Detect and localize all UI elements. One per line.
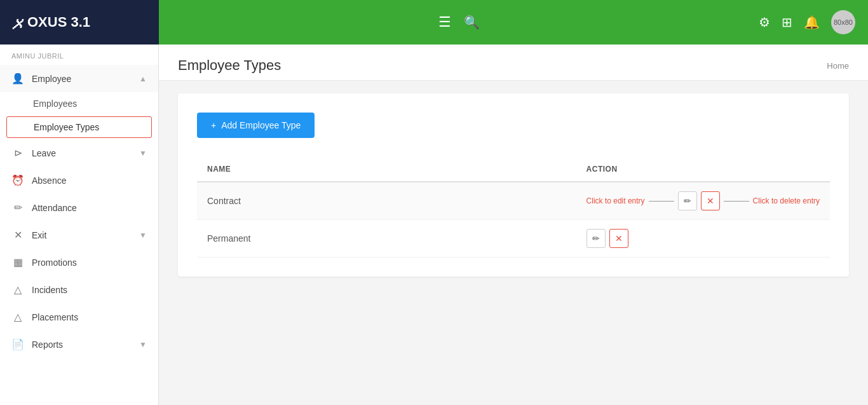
sidebar-item-label-attendance: Attendance [32, 203, 147, 213]
attendance-icon: ✏ [11, 202, 24, 214]
sidebar-user-name: AMINU JUBRIL [0, 45, 158, 65]
row-name-permanent: Permanent [197, 220, 576, 257]
exit-icon: ✕ [11, 229, 24, 241]
chevron-down-icon: ▼ [139, 149, 147, 158]
sidebar-item-label-promotions: Promotions [32, 257, 147, 268]
edit-annotation-text: Click to edit entry [587, 196, 645, 205]
sidebar-item-label-placements: Placements [32, 312, 147, 322]
sidebar-sub-item-employees[interactable]: Employees [0, 92, 158, 115]
annotation-line-left [649, 201, 674, 202]
table-row: Permanent ✏ ✕ [197, 220, 830, 257]
sidebar-item-employee[interactable]: 👤 Employee ▲ [0, 65, 158, 92]
page-header: Employee Types Home [159, 45, 868, 81]
edit-button-contract[interactable]: ✏ [678, 191, 697, 210]
sidebar-item-attendance[interactable]: ✏ Attendance [0, 194, 158, 221]
sidebar-item-exit[interactable]: ✕ Exit ▼ [0, 221, 158, 249]
hamburger-icon[interactable]: ☰ [438, 14, 451, 31]
main-layout: AMINU JUBRIL 👤 Employee ▲ Employees Empl… [0, 45, 868, 405]
sidebar-item-leave[interactable]: ⊳ Leave ▼ [0, 139, 158, 167]
plus-icon: + [211, 120, 216, 130]
app-name: OXUS 3.1 [27, 14, 90, 31]
employee-icon: 👤 [11, 72, 24, 85]
delete-annotation-text: Click to delete entry [753, 196, 820, 205]
col-name: NAME [197, 157, 576, 182]
annotation-line-right [724, 201, 749, 202]
row-name-contract: Contract [197, 182, 576, 220]
reports-icon: 📄 [11, 338, 24, 350]
promotions-icon: ▦ [11, 256, 24, 268]
sidebar-item-promotions[interactable]: ▦ Promotions [0, 249, 158, 276]
sidebar-item-label-leave: Leave [32, 148, 132, 158]
chevron-up-icon: ▲ [139, 74, 147, 83]
row-action-contract: Click to edit entry ✏ ✕ Click to delete … [576, 182, 830, 220]
row-action-permanent: ✏ ✕ [576, 220, 830, 257]
sidebar-item-incidents[interactable]: △ Incidents [0, 276, 158, 303]
edit-button-permanent[interactable]: ✏ [587, 229, 606, 248]
sidebar-item-label-employee: Employee [32, 74, 132, 84]
chevron-down-icon-exit: ▼ [139, 231, 147, 240]
avatar[interactable]: 80x80 [831, 10, 855, 34]
sidebar-item-absence[interactable]: ⏰ Absence [0, 167, 158, 194]
sidebar-sub-item-employee-types[interactable]: Employee Types [6, 116, 152, 138]
bell-icon[interactable]: 🔔 [804, 15, 820, 30]
leave-icon: ⊳ [11, 147, 24, 159]
sidebar-item-label-incidents: Incidents [32, 285, 147, 295]
add-employee-type-button[interactable]: + Add Employee Type [197, 113, 315, 138]
table-row: Contract Click to edit entry ✏ ✕ Click t… [197, 182, 830, 220]
chevron-down-icon-reports: ▼ [139, 340, 147, 349]
settings-icon[interactable]: ⚙ [759, 15, 770, 30]
topbar: ꭗ OXUS 3.1 ☰ 🔍 ⚙ ⊞ 🔔 80x80 [0, 0, 868, 45]
search-icon[interactable]: 🔍 [464, 15, 480, 30]
table-header-row: NAME ACTION [197, 157, 830, 182]
topbar-icons: ⚙ ⊞ 🔔 80x80 [759, 10, 855, 34]
grid-icon[interactable]: ⊞ [782, 15, 792, 30]
table-body: Contract Click to edit entry ✏ ✕ Click t… [197, 182, 830, 257]
main-card: + Add Employee Type NAME ACTION Con [178, 93, 849, 277]
sidebar-item-label-reports: Reports [32, 340, 132, 350]
absence-icon: ⏰ [11, 174, 24, 186]
placements-icon: △ [11, 311, 24, 323]
logo-area: ꭗ OXUS 3.1 [0, 0, 159, 45]
delete-button-permanent[interactable]: ✕ [609, 229, 628, 248]
page-title: Employee Types [178, 57, 281, 74]
employee-types-table: NAME ACTION Contract Click to edit entry [197, 157, 830, 257]
breadcrumb: Home [827, 61, 849, 71]
logo-icon: ꭗ [13, 13, 21, 32]
incidents-icon: △ [11, 284, 24, 296]
sidebar: AMINU JUBRIL 👤 Employee ▲ Employees Empl… [0, 45, 159, 405]
sidebar-item-reports[interactable]: 📄 Reports ▼ [0, 331, 158, 358]
sidebar-item-label-absence: Absence [32, 175, 147, 186]
sidebar-item-label-exit: Exit [32, 230, 132, 240]
delete-button-contract[interactable]: ✕ [701, 191, 720, 210]
page-body: + Add Employee Type NAME ACTION Con [159, 81, 868, 289]
topbar-left: ☰ 🔍 [438, 14, 480, 31]
col-action: ACTION [576, 157, 830, 182]
add-button-label: Add Employee Type [221, 120, 301, 130]
content-area: Employee Types Home + Add Employee Type … [159, 45, 868, 405]
sidebar-item-placements[interactable]: △ Placements [0, 303, 158, 331]
table-header: NAME ACTION [197, 157, 830, 182]
